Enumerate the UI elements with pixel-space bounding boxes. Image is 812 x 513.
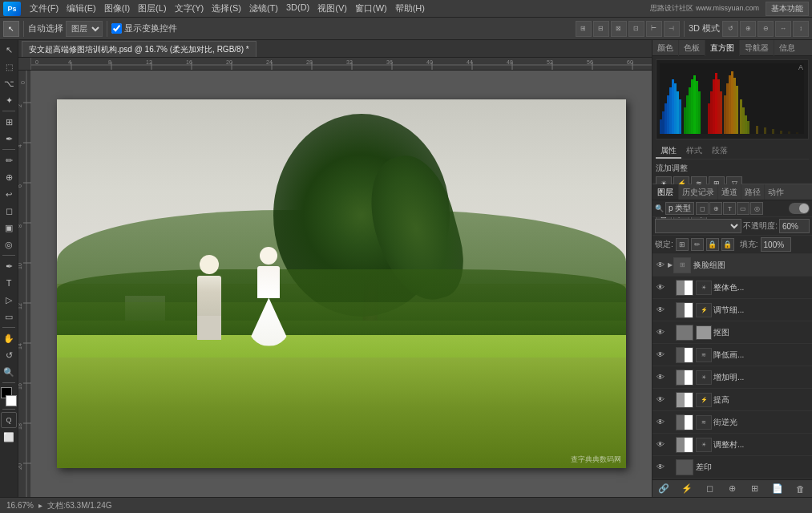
menu-file[interactable]: 文件(F) xyxy=(26,1,63,16)
tool-magic-wand[interactable]: ✦ xyxy=(1,92,17,108)
tab-actions[interactable]: 动作 xyxy=(765,184,787,200)
tool-clone[interactable]: ⊕ xyxy=(1,169,17,185)
layer-visibility[interactable]: 👁 xyxy=(654,326,667,339)
fill-input[interactable] xyxy=(761,237,791,252)
tool-rotate-view[interactable]: ↺ xyxy=(1,347,17,363)
adj-tab-active[interactable]: 属性 xyxy=(656,144,681,159)
tool-marquee[interactable]: ⬚ xyxy=(1,59,17,75)
filter-toggle[interactable] xyxy=(789,203,810,214)
3d-btn5[interactable]: ↕ xyxy=(793,21,809,37)
align-btn1[interactable]: ⊞ xyxy=(576,21,592,37)
menu-filter[interactable]: 滤镜(T) xyxy=(245,1,282,16)
layer-expand-icon[interactable]: ▶ xyxy=(668,261,673,269)
menu-view[interactable]: 视图(V) xyxy=(313,1,351,16)
tab-history[interactable]: 历史记录 xyxy=(679,184,718,200)
layer-visibility[interactable]: 👁 xyxy=(654,371,667,384)
tool-quick-mask[interactable]: Q xyxy=(1,412,17,428)
tool-blur[interactable]: ◎ xyxy=(1,236,17,252)
layer-item[interactable]: 👁 ▶ ⊞ 换脸组图 xyxy=(652,254,812,277)
layer-visibility[interactable]: 👁 xyxy=(654,281,667,294)
basic-function[interactable]: 基本功能 xyxy=(766,2,809,16)
filter-adj[interactable]: ⊕ xyxy=(709,202,722,215)
show-transform-checkbox[interactable] xyxy=(111,23,122,34)
blend-mode-dropdown[interactable]: 柔光 xyxy=(655,219,741,233)
tool-text[interactable]: T xyxy=(1,275,17,291)
layer-group-btn[interactable]: ⊞ xyxy=(748,482,762,496)
3d-btn3[interactable]: ⊖ xyxy=(757,21,774,37)
show-transform-label[interactable]: 显示变换控件 xyxy=(111,22,177,34)
layer-mask-btn[interactable]: ◻ xyxy=(702,482,717,496)
tool-move[interactable]: ↖ xyxy=(1,42,17,58)
layer-fx-btn[interactable]: ⚡ xyxy=(680,482,694,496)
layer-item[interactable]: 👁 ☀ 调整村... xyxy=(652,434,812,456)
layer-item[interactable]: 👁 ⚡ 提高 xyxy=(652,389,812,411)
tool-lasso[interactable]: ⌥ xyxy=(1,75,17,91)
tool-shape[interactable]: ▭ xyxy=(1,309,17,325)
layer-visibility[interactable]: 👁 xyxy=(654,461,667,474)
adj-tab2[interactable]: 样式 xyxy=(681,144,707,159)
3d-btn1[interactable]: ↺ xyxy=(722,21,738,37)
layer-item[interactable]: 👁 抠图 xyxy=(652,321,812,344)
layer-visibility[interactable]: 👁 xyxy=(654,438,667,451)
tool-gradient[interactable]: ▣ xyxy=(1,220,17,236)
tab-histogram[interactable]: 直方图 xyxy=(705,40,740,56)
layer-visibility[interactable]: 👁 xyxy=(654,349,667,362)
tab-channels[interactable]: 通道 xyxy=(718,184,741,200)
canvas-wrapper[interactable]: 0 2 4 6 8 10 12 14 16 xyxy=(18,71,652,497)
auto-select-dropdown[interactable]: 图层 xyxy=(66,21,103,37)
filter-type-label[interactable]: p 类型 xyxy=(665,202,694,215)
tool-brush[interactable]: ✏ xyxy=(1,152,17,168)
layer-visibility[interactable]: 👁 xyxy=(654,394,667,406)
opacity-input[interactable] xyxy=(779,219,810,233)
photo-canvas[interactable]: 查字典典数码网 xyxy=(57,99,626,468)
3d-btn4[interactable]: ↔ xyxy=(775,21,791,37)
3d-btn2[interactable]: ⊕ xyxy=(740,21,756,37)
tool-hand[interactable]: ✋ xyxy=(1,330,17,346)
layer-item[interactable]: 👁 ⚡ 调节细... xyxy=(652,299,812,321)
menu-text[interactable]: 文字(Y) xyxy=(171,1,208,16)
layer-item[interactable]: 👁 差印 xyxy=(652,456,812,479)
menu-layer[interactable]: 图层(L) xyxy=(134,1,170,16)
lock-all-icon[interactable]: 🔒 xyxy=(721,238,734,251)
align-btn6[interactable]: ⊣ xyxy=(664,21,680,37)
layer-item[interactable]: 👁 ≋ 街逆光 xyxy=(652,411,812,434)
filter-shape[interactable]: ▭ xyxy=(737,202,749,215)
menu-image[interactable]: 图像(I) xyxy=(100,1,134,16)
layer-item[interactable]: 👁 ☀ 增加明... xyxy=(652,366,812,389)
menu-3d[interactable]: 3D(D) xyxy=(282,1,313,16)
tab-swatches[interactable]: 色板 xyxy=(679,40,705,56)
tool-pen[interactable]: ✒ xyxy=(1,258,17,274)
background-color[interactable] xyxy=(6,395,17,406)
document-tab[interactable]: 安文超高端修图培训机构.psd @ 16.7% (柔光加对比, RGB/8) * xyxy=(22,41,257,57)
align-btn5[interactable]: ⊢ xyxy=(646,21,662,37)
tool-crop[interactable]: ⊞ xyxy=(1,114,17,130)
menu-help[interactable]: 帮助(H) xyxy=(391,1,429,16)
tab-navigator[interactable]: 导航器 xyxy=(740,40,774,56)
status-arrow[interactable]: ▸ xyxy=(38,501,42,510)
align-btn3[interactable]: ⊠ xyxy=(611,21,627,37)
adj-tab3[interactable]: 段落 xyxy=(707,144,733,159)
filter-text[interactable]: T xyxy=(723,202,736,215)
layer-visibility[interactable]: 👁 xyxy=(654,416,667,429)
tool-history-brush[interactable]: ↩ xyxy=(1,186,17,202)
filter-pixel[interactable]: ◻ xyxy=(696,202,709,215)
tab-paths[interactable]: 路径 xyxy=(741,184,765,200)
lock-position-icon[interactable]: 🔒 xyxy=(706,238,719,251)
tab-layers[interactable]: 图层 xyxy=(652,184,679,200)
filter-smart[interactable]: ◎ xyxy=(750,202,763,215)
layer-new-btn[interactable]: 📄 xyxy=(770,482,785,496)
tab-color[interactable]: 颜色 xyxy=(652,40,679,56)
layers-list[interactable]: 👁 ▶ ⊞ 换脸组图 👁 ☀ 整体色... xyxy=(652,254,812,479)
layer-delete-btn[interactable]: 🗑 xyxy=(794,482,808,496)
menu-window[interactable]: 窗口(W) xyxy=(351,1,391,16)
lock-transparent-icon[interactable]: ⊞ xyxy=(676,238,689,251)
tool-eyedropper[interactable]: ✒ xyxy=(1,131,17,147)
menu-edit[interactable]: 编辑(E) xyxy=(63,1,100,16)
tool-zoom[interactable]: 🔍 xyxy=(1,364,17,380)
tool-path-select[interactable]: ▷ xyxy=(1,292,17,308)
layer-visibility[interactable]: 👁 xyxy=(654,304,667,317)
layer-link-btn[interactable]: 🔗 xyxy=(656,482,671,496)
tool-screen-mode[interactable]: ⬜ xyxy=(1,429,17,445)
layer-item[interactable]: 👁 ≋ 降低画... xyxy=(652,344,812,366)
layer-adj-btn[interactable]: ⊕ xyxy=(725,482,739,496)
